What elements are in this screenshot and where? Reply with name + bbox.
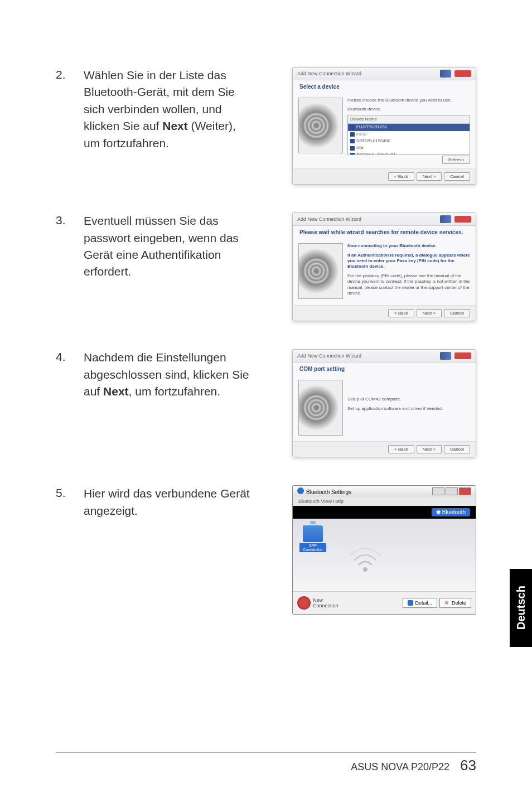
close-icon[interactable] [454, 216, 471, 223]
new-connection-button[interactable]: NewConnection [297, 596, 338, 610]
device-icon [350, 132, 355, 137]
bluetooth-logo-icon [440, 215, 451, 223]
device-list[interactable]: Device Name FUJITSU01231 FIFO DIR329-015… [347, 115, 470, 155]
wizard-graphic [298, 243, 343, 299]
minimize-icon[interactable] [432, 487, 444, 495]
bluetooth-logo-icon [440, 70, 451, 78]
devices-panel: SPPConnection [293, 519, 476, 591]
back-button[interactable]: < Back [388, 172, 414, 181]
info-icon [408, 600, 413, 606]
window-controls [432, 487, 471, 495]
delete-button[interactable]: ✕Delete [439, 598, 471, 608]
new-connection-icon [297, 596, 311, 610]
language-tab: Deutsch [510, 569, 532, 647]
wireless-signal-icon [343, 538, 388, 583]
cancel-button[interactable]: Cancel [444, 172, 470, 181]
wizard-dialog-select-device: Add New Connection Wizard Select a devic… [292, 67, 476, 185]
svg-point-0 [363, 567, 367, 572]
refresh-button[interactable]: Refresh [442, 156, 470, 164]
step-number: 3. [56, 212, 84, 227]
step-text: Wählen Sie in der Liste das Bluetooth-Ge… [84, 67, 251, 152]
step-text: Nachdem die Einstellungen abgeschlossen … [84, 349, 251, 400]
device-item[interactable]: FUJITSU01231 [348, 124, 470, 131]
dialog-subtitle: Select a device [293, 80, 476, 93]
dialog-title-bar: Add New Connection Wizard [293, 350, 476, 363]
cancel-button[interactable]: Cancel [444, 445, 470, 453]
delete-icon: ✕ [444, 600, 450, 606]
page-footer: ASUS NOVA P20/P22 63 [351, 757, 476, 774]
wizard-dialog-searching: Add New Connection Wizard Please wait wh… [292, 212, 476, 321]
window-title-bar: Bluetooth Settings [293, 486, 476, 497]
step-number: 4. [56, 349, 84, 364]
dialog-title-bar: Add New Connection Wizard [293, 67, 476, 80]
detail-button[interactable]: Detail... [403, 598, 437, 608]
step-number: 5. [56, 485, 84, 500]
maximize-icon[interactable] [446, 487, 458, 495]
close-icon[interactable] [459, 487, 471, 495]
next-button[interactable]: Next > [417, 172, 442, 181]
footer-divider [56, 752, 476, 753]
next-button[interactable]: Next > [417, 445, 442, 453]
dialog-title-bar: Add New Connection Wizard [293, 213, 476, 226]
connection-icon [303, 525, 323, 542]
dialog-subtitle: COM port setting [293, 363, 476, 375]
step-text: Eventuell müssen Sie das passwort eingeb… [84, 212, 251, 281]
cancel-button[interactable]: Cancel [444, 309, 470, 317]
device-icon [350, 139, 355, 143]
bluetooth-brand-icon: ✱ Bluetooth [432, 508, 470, 516]
back-button[interactable]: < Back [388, 309, 414, 317]
wizard-graphic [298, 380, 343, 436]
menu-bar[interactable]: Bluetooth View Help [293, 497, 476, 506]
device-icon [350, 125, 355, 129]
device-item[interactable]: FIFO [348, 131, 470, 138]
bluetooth-settings-window: Bluetooth Settings Bluetooth View Help ✱… [292, 485, 476, 615]
device-item[interactable]: DIR329-0150450 [348, 138, 470, 144]
dialog-subtitle: Please wait while wizard searches for re… [293, 226, 476, 239]
spp-connection-item[interactable]: SPPConnection [299, 525, 326, 552]
device-icon [350, 146, 355, 151]
step-number: 2. [56, 67, 84, 81]
device-item[interactable]: TIFFANY_D412_P1 [348, 152, 470, 155]
back-button[interactable]: < Back [388, 445, 414, 453]
close-icon[interactable] [454, 352, 471, 359]
wizard-dialog-com-port: Add New Connection Wizard COM port setti… [292, 349, 476, 457]
close-icon[interactable] [454, 70, 471, 77]
bluetooth-logo-icon [440, 352, 451, 360]
step-text: Hier wird das verbundene Gerät angezeigt… [84, 485, 251, 519]
brand-bar: ✱ Bluetooth [293, 506, 476, 519]
device-item[interactable]: vita [348, 144, 470, 151]
device-icon [350, 153, 355, 155]
settings-footer: NewConnection Detail... ✕Delete [293, 591, 476, 614]
wizard-graphic [298, 98, 343, 153]
next-button[interactable]: Next > [417, 309, 442, 317]
bluetooth-icon [297, 487, 304, 494]
